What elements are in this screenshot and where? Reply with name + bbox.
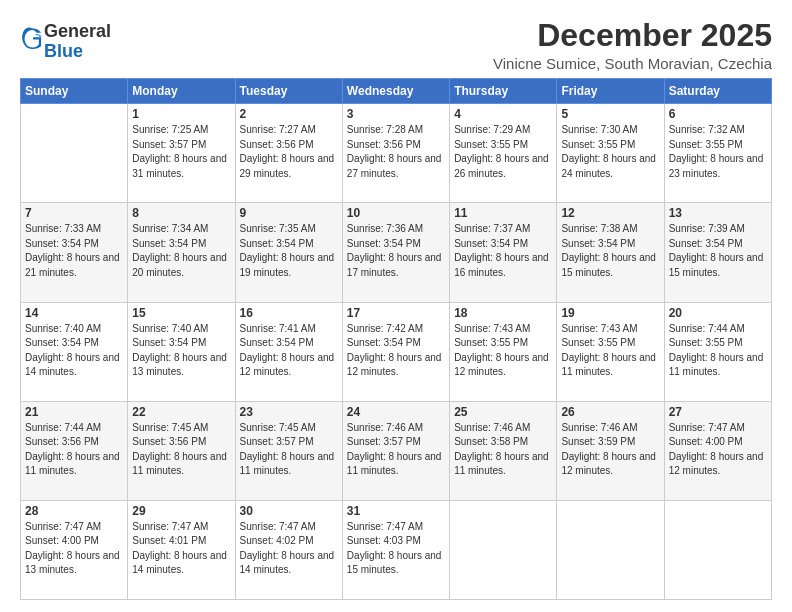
day-number: 20 [669, 306, 767, 320]
day-number: 10 [347, 206, 445, 220]
calendar-cell: 20 Sunrise: 7:44 AMSunset: 3:55 PMDaylig… [664, 302, 771, 401]
day-info: Sunrise: 7:47 AMSunset: 4:03 PMDaylight:… [347, 520, 445, 578]
calendar-day-header: Sunday [21, 79, 128, 104]
day-number: 17 [347, 306, 445, 320]
day-info: Sunrise: 7:40 AMSunset: 3:54 PMDaylight:… [25, 322, 123, 380]
day-number: 8 [132, 206, 230, 220]
day-number: 23 [240, 405, 338, 419]
calendar-day-header: Wednesday [342, 79, 449, 104]
day-info: Sunrise: 7:45 AMSunset: 3:57 PMDaylight:… [240, 421, 338, 479]
day-number: 24 [347, 405, 445, 419]
day-info: Sunrise: 7:47 AMSunset: 4:01 PMDaylight:… [132, 520, 230, 578]
day-info: Sunrise: 7:36 AMSunset: 3:54 PMDaylight:… [347, 222, 445, 280]
day-info: Sunrise: 7:41 AMSunset: 3:54 PMDaylight:… [240, 322, 338, 380]
calendar-cell: 11 Sunrise: 7:37 AMSunset: 3:54 PMDaylig… [450, 203, 557, 302]
logo-blue: Blue [44, 42, 111, 62]
calendar-week-row: 14 Sunrise: 7:40 AMSunset: 3:54 PMDaylig… [21, 302, 772, 401]
calendar-week-row: 21 Sunrise: 7:44 AMSunset: 3:56 PMDaylig… [21, 401, 772, 500]
day-info: Sunrise: 7:44 AMSunset: 3:55 PMDaylight:… [669, 322, 767, 380]
calendar-header-row: SundayMondayTuesdayWednesdayThursdayFrid… [21, 79, 772, 104]
calendar-day-header: Saturday [664, 79, 771, 104]
day-number: 29 [132, 504, 230, 518]
calendar-cell: 12 Sunrise: 7:38 AMSunset: 3:54 PMDaylig… [557, 203, 664, 302]
day-number: 22 [132, 405, 230, 419]
calendar-cell: 19 Sunrise: 7:43 AMSunset: 3:55 PMDaylig… [557, 302, 664, 401]
calendar-cell: 2 Sunrise: 7:27 AMSunset: 3:56 PMDayligh… [235, 104, 342, 203]
calendar-cell: 31 Sunrise: 7:47 AMSunset: 4:03 PMDaylig… [342, 500, 449, 599]
calendar-week-row: 28 Sunrise: 7:47 AMSunset: 4:00 PMDaylig… [21, 500, 772, 599]
calendar-cell [450, 500, 557, 599]
day-number: 31 [347, 504, 445, 518]
day-info: Sunrise: 7:47 AMSunset: 4:00 PMDaylight:… [25, 520, 123, 578]
page: General Blue December 2025 Vinicne Sumic… [0, 0, 792, 612]
calendar-day-header: Friday [557, 79, 664, 104]
calendar-cell: 30 Sunrise: 7:47 AMSunset: 4:02 PMDaylig… [235, 500, 342, 599]
day-number: 26 [561, 405, 659, 419]
calendar-cell: 4 Sunrise: 7:29 AMSunset: 3:55 PMDayligh… [450, 104, 557, 203]
day-number: 1 [132, 107, 230, 121]
logo-icon [22, 27, 44, 49]
day-info: Sunrise: 7:34 AMSunset: 3:54 PMDaylight:… [132, 222, 230, 280]
calendar-cell: 5 Sunrise: 7:30 AMSunset: 3:55 PMDayligh… [557, 104, 664, 203]
day-number: 15 [132, 306, 230, 320]
day-number: 19 [561, 306, 659, 320]
day-number: 13 [669, 206, 767, 220]
calendar-week-row: 7 Sunrise: 7:33 AMSunset: 3:54 PMDayligh… [21, 203, 772, 302]
calendar-cell: 27 Sunrise: 7:47 AMSunset: 4:00 PMDaylig… [664, 401, 771, 500]
calendar-cell: 14 Sunrise: 7:40 AMSunset: 3:54 PMDaylig… [21, 302, 128, 401]
day-number: 14 [25, 306, 123, 320]
calendar-cell: 22 Sunrise: 7:45 AMSunset: 3:56 PMDaylig… [128, 401, 235, 500]
day-info: Sunrise: 7:35 AMSunset: 3:54 PMDaylight:… [240, 222, 338, 280]
day-number: 28 [25, 504, 123, 518]
calendar-day-header: Monday [128, 79, 235, 104]
day-info: Sunrise: 7:32 AMSunset: 3:55 PMDaylight:… [669, 123, 767, 181]
day-info: Sunrise: 7:28 AMSunset: 3:56 PMDaylight:… [347, 123, 445, 181]
calendar-cell: 21 Sunrise: 7:44 AMSunset: 3:56 PMDaylig… [21, 401, 128, 500]
calendar-cell: 15 Sunrise: 7:40 AMSunset: 3:54 PMDaylig… [128, 302, 235, 401]
day-info: Sunrise: 7:38 AMSunset: 3:54 PMDaylight:… [561, 222, 659, 280]
calendar-cell: 18 Sunrise: 7:43 AMSunset: 3:55 PMDaylig… [450, 302, 557, 401]
day-number: 30 [240, 504, 338, 518]
calendar-cell: 23 Sunrise: 7:45 AMSunset: 3:57 PMDaylig… [235, 401, 342, 500]
calendar-table: SundayMondayTuesdayWednesdayThursdayFrid… [20, 78, 772, 600]
day-info: Sunrise: 7:29 AMSunset: 3:55 PMDaylight:… [454, 123, 552, 181]
calendar-cell: 13 Sunrise: 7:39 AMSunset: 3:54 PMDaylig… [664, 203, 771, 302]
calendar-cell [21, 104, 128, 203]
calendar-cell: 7 Sunrise: 7:33 AMSunset: 3:54 PMDayligh… [21, 203, 128, 302]
day-info: Sunrise: 7:45 AMSunset: 3:56 PMDaylight:… [132, 421, 230, 479]
day-info: Sunrise: 7:44 AMSunset: 3:56 PMDaylight:… [25, 421, 123, 479]
day-info: Sunrise: 7:46 AMSunset: 3:59 PMDaylight:… [561, 421, 659, 479]
day-number: 21 [25, 405, 123, 419]
calendar-week-row: 1 Sunrise: 7:25 AMSunset: 3:57 PMDayligh… [21, 104, 772, 203]
day-info: Sunrise: 7:47 AMSunset: 4:00 PMDaylight:… [669, 421, 767, 479]
calendar-cell: 26 Sunrise: 7:46 AMSunset: 3:59 PMDaylig… [557, 401, 664, 500]
day-number: 27 [669, 405, 767, 419]
calendar-cell [664, 500, 771, 599]
day-info: Sunrise: 7:40 AMSunset: 3:54 PMDaylight:… [132, 322, 230, 380]
day-info: Sunrise: 7:25 AMSunset: 3:57 PMDaylight:… [132, 123, 230, 181]
header: General Blue December 2025 Vinicne Sumic… [20, 18, 772, 72]
day-info: Sunrise: 7:43 AMSunset: 3:55 PMDaylight:… [454, 322, 552, 380]
day-number: 7 [25, 206, 123, 220]
calendar-cell: 9 Sunrise: 7:35 AMSunset: 3:54 PMDayligh… [235, 203, 342, 302]
day-number: 25 [454, 405, 552, 419]
calendar-cell [557, 500, 664, 599]
calendar-cell: 29 Sunrise: 7:47 AMSunset: 4:01 PMDaylig… [128, 500, 235, 599]
day-info: Sunrise: 7:30 AMSunset: 3:55 PMDaylight:… [561, 123, 659, 181]
day-number: 9 [240, 206, 338, 220]
day-number: 2 [240, 107, 338, 121]
calendar-cell: 3 Sunrise: 7:28 AMSunset: 3:56 PMDayligh… [342, 104, 449, 203]
day-info: Sunrise: 7:46 AMSunset: 3:58 PMDaylight:… [454, 421, 552, 479]
calendar-cell: 6 Sunrise: 7:32 AMSunset: 3:55 PMDayligh… [664, 104, 771, 203]
calendar-cell: 25 Sunrise: 7:46 AMSunset: 3:58 PMDaylig… [450, 401, 557, 500]
title-block: December 2025 Vinicne Sumice, South Mora… [493, 18, 772, 72]
month-title: December 2025 [493, 18, 772, 53]
day-number: 6 [669, 107, 767, 121]
calendar-day-header: Tuesday [235, 79, 342, 104]
logo: General Blue [20, 22, 111, 62]
day-info: Sunrise: 7:27 AMSunset: 3:56 PMDaylight:… [240, 123, 338, 181]
calendar-cell: 28 Sunrise: 7:47 AMSunset: 4:00 PMDaylig… [21, 500, 128, 599]
location: Vinicne Sumice, South Moravian, Czechia [493, 55, 772, 72]
calendar-cell: 24 Sunrise: 7:46 AMSunset: 3:57 PMDaylig… [342, 401, 449, 500]
day-info: Sunrise: 7:43 AMSunset: 3:55 PMDaylight:… [561, 322, 659, 380]
